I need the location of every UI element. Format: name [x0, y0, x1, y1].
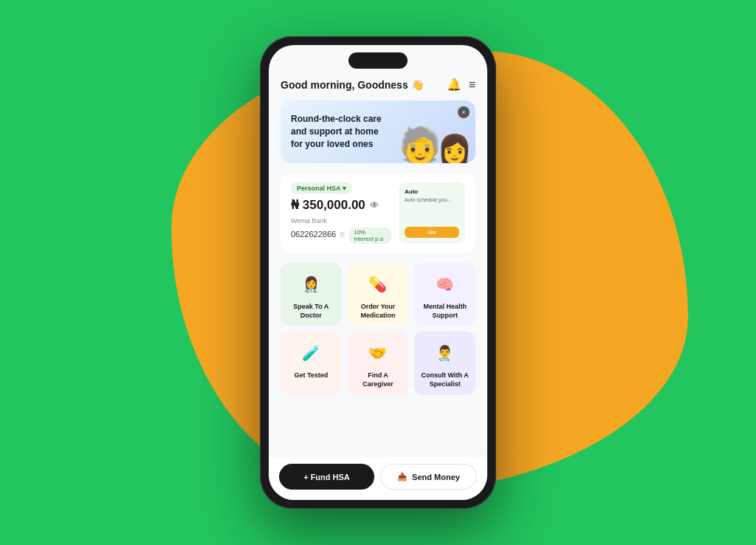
bank-name: Wema Bank — [291, 217, 391, 224]
send-money-icon: 📤 — [397, 472, 408, 481]
mental-health-icon: 🧠 — [431, 270, 459, 298]
action-mental-health[interactable]: 🧠 Mental Health Support — [414, 263, 475, 326]
consult-specialist-label: Consult With A Specialist — [419, 371, 471, 388]
hsa-main: Personal HSA ▾ ₦ 350,000.00 👁 Wema Bank … — [291, 182, 391, 244]
copy-icon[interactable]: ⎘ — [340, 230, 345, 239]
phone-frame: Good morning, Goodness 👋 🔔 ≡ Round-the-c… — [260, 36, 496, 509]
banner-close-button[interactable]: × — [458, 106, 470, 118]
account-number: 0622622866 — [291, 230, 336, 239]
banner-text: Round-the-clock care and support at home… — [291, 113, 387, 150]
greeting-text: Good morning, Goodness 👋 — [281, 79, 424, 91]
hsa-side-title: Auto — [405, 188, 459, 195]
action-speak-doctor[interactable]: 👩‍⚕️ Speak To A Doctor — [281, 263, 342, 326]
menu-icon[interactable]: ≡ — [469, 78, 475, 92]
mental-health-label: Mental Health Support — [419, 303, 471, 320]
action-find-caregiver[interactable]: 🤝 Find A Caregiver — [348, 332, 409, 394]
speak-doctor-label: Speak To A Doctor — [285, 303, 337, 320]
illustration-person2: 👩 — [437, 135, 472, 163]
action-consult-specialist[interactable]: 👨‍⚕️ Consult With A Specialist — [414, 332, 475, 394]
account-row: 0622622866 ⎘ 10% Interest p.a — [291, 224, 391, 244]
promo-banner: Round-the-clock care and support at home… — [281, 100, 475, 163]
hsa-amount: ₦ 350,000.00 👁 — [291, 197, 391, 213]
phone-wrapper: Good morning, Goodness 👋 🔔 ≡ Round-the-c… — [260, 36, 496, 509]
hsa-side-desc: Auto schedule you... — [405, 196, 459, 224]
hsa-side-card: Auto Auto schedule you... Us — [399, 182, 465, 244]
hsa-side-button[interactable]: Us — [405, 227, 459, 238]
hsa-badge[interactable]: Personal HSA ▾ — [291, 182, 352, 194]
get-tested-label: Get Tested — [294, 371, 328, 380]
quick-actions-grid: 👩‍⚕️ Speak To A Doctor 💊 Order Your Medi… — [281, 263, 475, 395]
send-money-label: Send Money — [412, 473, 460, 481]
bottom-action-bar: + Fund HSA 📤 Send Money — [269, 456, 487, 500]
find-caregiver-icon: 🤝 — [364, 339, 392, 367]
action-order-medication[interactable]: 💊 Order Your Medication — [348, 263, 409, 326]
header-icons: 🔔 ≡ — [447, 78, 475, 92]
order-medication-icon: 💊 — [364, 270, 392, 298]
find-caregiver-label: Find A Caregiver — [352, 371, 405, 388]
notification-icon[interactable]: 🔔 — [447, 78, 461, 92]
hsa-label-row: Personal HSA ▾ — [291, 182, 391, 194]
phone-screen: Good morning, Goodness 👋 🔔 ≡ Round-the-c… — [269, 45, 487, 500]
action-get-tested[interactable]: 🧪 Get Tested — [281, 332, 342, 394]
speak-doctor-icon: 👩‍⚕️ — [297, 270, 325, 298]
order-medication-label: Order Your Medication — [352, 303, 405, 320]
interest-badge: 10% Interest p.a — [349, 227, 391, 244]
hide-balance-icon[interactable]: 👁 — [370, 200, 379, 210]
hsa-amount-value: ₦ 350,000.00 — [291, 197, 365, 213]
dynamic-island — [348, 52, 408, 69]
consult-specialist-icon: 👨‍⚕️ — [431, 339, 459, 367]
fund-hsa-button[interactable]: + Fund HSA — [279, 464, 374, 490]
hsa-section: Personal HSA ▾ ₦ 350,000.00 👁 Wema Bank … — [281, 174, 475, 253]
send-money-button[interactable]: 📤 Send Money — [380, 464, 477, 490]
screen-content: Good morning, Goodness 👋 🔔 ≡ Round-the-c… — [269, 69, 487, 493]
get-tested-icon: 🧪 — [297, 339, 325, 367]
app-header: Good morning, Goodness 👋 🔔 ≡ — [281, 78, 475, 92]
illustration-person1: 🧓 — [398, 128, 442, 163]
